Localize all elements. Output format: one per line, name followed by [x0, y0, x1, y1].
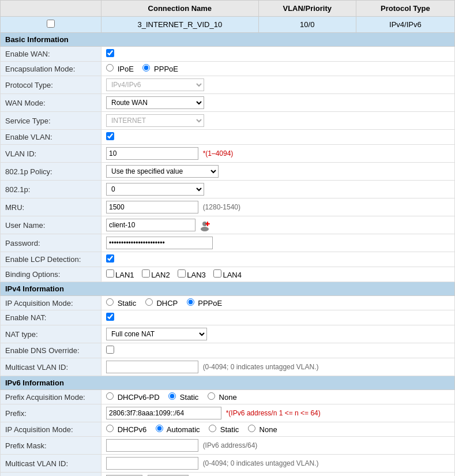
prefix-mask-hint: (IPv6 address/64): [203, 441, 258, 449]
encapsulation-radio-group: IPoE PPPoE: [106, 65, 185, 73]
enable-lcp-checkbox[interactable]: [106, 254, 114, 263]
nat-type-select[interactable]: Full cone NAT Restricted cone NAT Port r…: [106, 328, 207, 340]
password-row: Password:: [1, 234, 455, 252]
password-cell: [101, 234, 455, 252]
username-input[interactable]: [106, 219, 195, 231]
username-cell: [101, 216, 455, 234]
ipv6-acq-automatic-radio[interactable]: [156, 425, 163, 432]
binding-lan2-label[interactable]: LAN2: [142, 271, 172, 279]
prefix-acq-none-radio[interactable]: [208, 392, 215, 400]
nat-type-row: NAT type: Full cone NAT Restricted cone …: [1, 325, 455, 343]
vlan-id-input[interactable]: [106, 147, 198, 160]
prefix-acq-dhcpv6pd-label[interactable]: DHCPv6-PD: [106, 393, 161, 402]
prefix-acq-cell: DHCPv6-PD Static None: [101, 390, 455, 404]
ipv4-acq-static-label[interactable]: Static: [106, 299, 138, 308]
ipv6-info-section: IPv6 Information: [1, 376, 455, 390]
ipv6-acq-static-label[interactable]: Static: [209, 425, 241, 434]
ipv6-acq-automatic-label[interactable]: Automatic: [156, 425, 202, 434]
user-icon[interactable]: [199, 220, 210, 231]
service-type-row: Service Type: INTERNET: [1, 112, 455, 130]
ipv4-acq-dhcp-radio[interactable]: [145, 298, 153, 306]
binding-lan3-checkbox[interactable]: [178, 269, 186, 278]
ipv4-acq-pppoe-label[interactable]: PPPoE: [187, 299, 223, 308]
wan-mode-select[interactable]: Route WAN Bridge WAN: [106, 96, 204, 109]
prefix-mask-input[interactable]: [106, 439, 198, 452]
main-table: Connection Name VLAN/Priority Protocol T…: [0, 0, 455, 476]
enable-vlan-checkbox[interactable]: [106, 132, 114, 140]
ipv6-acq-dhcpv6-label[interactable]: DHCPv6: [106, 425, 149, 434]
ipv4-acq-radio-group: Static DHCP PPPoE: [106, 299, 229, 308]
enable-dns-cell: [101, 343, 455, 358]
enable-nat-row: Enable NAT:: [1, 310, 455, 325]
ipv6-acq-static-radio[interactable]: [209, 425, 216, 432]
table-row: 3_INTERNET_R_VID_10 10/0 IPv4/IPv6: [1, 17, 455, 33]
dot1p-row: 802.1p: 0 1 2 3 4 5 6 7: [1, 181, 455, 198]
mru-cell: (1280-1540): [101, 198, 455, 216]
ipv6-acq-none-radio[interactable]: [248, 425, 255, 432]
prefix-hint: *(IPv6 address/n 1 <= n <= 64): [226, 409, 321, 417]
ipv4-acq-pppoe-radio[interactable]: [187, 298, 194, 306]
row-select-checkbox[interactable]: [47, 20, 55, 28]
ipv6-multicast-input[interactable]: [106, 457, 198, 470]
ipv6-acq-radio-group: DHCPv6 Automatic Static None: [106, 425, 284, 434]
prefix-acq-radio-group: DHCPv6-PD Static None: [106, 393, 244, 402]
row-checkbox-cell[interactable]: [1, 17, 101, 33]
mru-input[interactable]: [106, 201, 198, 213]
prefix-input[interactable]: [106, 407, 221, 419]
row-connection-name: 3_INTERNET_R_VID_10: [101, 17, 259, 33]
wan-mode-label: WAN Mode:: [1, 94, 101, 112]
binding-lan4-label[interactable]: LAN4: [213, 271, 242, 279]
ipv6-acq-none-label[interactable]: None: [248, 425, 277, 434]
password-input[interactable]: [106, 237, 213, 249]
ipv6-acq-label: IP Acquisition Mode:: [1, 422, 101, 437]
binding-lan2-checkbox[interactable]: [142, 269, 150, 278]
binding-lan1-label[interactable]: LAN1: [106, 271, 136, 279]
service-type-select[interactable]: INTERNET: [106, 114, 204, 127]
encapsulation-pppoe-radio[interactable]: [142, 64, 150, 72]
binding-lan1-checkbox[interactable]: [106, 269, 114, 278]
ipv4-multicast-cell: (0-4094; 0 indicates untagged VLAN.): [101, 358, 455, 376]
enable-wan-label: Enable WAN:: [1, 47, 101, 62]
enable-nat-checkbox[interactable]: [106, 313, 114, 321]
ipv6-info-label: IPv6 Information: [1, 376, 455, 390]
ipv4-info-label: IPv4 Information: [1, 282, 455, 296]
mru-label: MRU:: [1, 198, 101, 216]
svg-rect-3: [205, 223, 210, 224]
protocol-type-select[interactable]: IPv4/IPv6: [106, 78, 204, 91]
prefix-acq-none-label[interactable]: None: [208, 393, 237, 402]
binding-lan3-label[interactable]: LAN3: [178, 271, 208, 279]
buttons-cell: Apply Cancel: [101, 473, 455, 477]
enable-lcp-cell: [101, 252, 455, 267]
ipv4-acq-row: IP Acquisition Mode: Static DHCP PPPoE: [1, 296, 455, 310]
enable-dns-checkbox[interactable]: [106, 346, 114, 354]
ipv6-acq-dhcpv6-radio[interactable]: [106, 425, 114, 432]
row-protocol-type: IPv4/IPv6: [356, 17, 454, 33]
encapsulation-ipoe-radio[interactable]: [106, 64, 114, 72]
service-type-cell: INTERNET: [101, 112, 455, 130]
encapsulation-pppoe-label[interactable]: PPPoE: [142, 65, 178, 73]
prefix-acq-dhcpv6pd-radio[interactable]: [106, 392, 114, 400]
enable-wan-checkbox[interactable]: [106, 49, 114, 57]
ipv4-acq-static-radio[interactable]: [106, 298, 114, 306]
ipv4-multicast-input[interactable]: [106, 361, 198, 373]
ipv4-acq-dhcp-label[interactable]: DHCP: [145, 299, 180, 308]
prefix-acq-static-label[interactable]: Static: [168, 393, 201, 402]
dot1p-label: 802.1p:: [1, 181, 101, 198]
ipv6-multicast-label: Multicast VLAN ID:: [1, 455, 101, 473]
enable-vlan-cell: [101, 130, 455, 145]
prefix-mask-cell: (IPv6 address/64): [101, 437, 455, 455]
encapsulation-ipoe-label[interactable]: IPoE: [106, 65, 136, 73]
svg-point-1: [201, 227, 209, 231]
binding-lan4-checkbox[interactable]: [213, 269, 221, 278]
mru-hint: (1280-1540): [203, 203, 240, 211]
dot1p-select[interactable]: 0 1 2 3 4 5 6 7: [106, 183, 204, 196]
enable-wan-row: Enable WAN:: [1, 47, 455, 62]
enable-nat-label: Enable NAT:: [1, 310, 101, 325]
vlan-id-label: VLAN ID:: [1, 145, 101, 163]
ipv4-acq-label: IP Acquisition Mode:: [1, 296, 101, 310]
binding-cell: LAN1 LAN2 LAN3 LAN4: [101, 267, 455, 282]
dot1p-policy-select[interactable]: Use the specified value Copy from IP Pre…: [106, 165, 219, 178]
encapsulation-label: Encapsulation Mode:: [1, 62, 101, 76]
prefix-acq-static-radio[interactable]: [168, 392, 176, 400]
prefix-label: Prefix:: [1, 404, 101, 422]
